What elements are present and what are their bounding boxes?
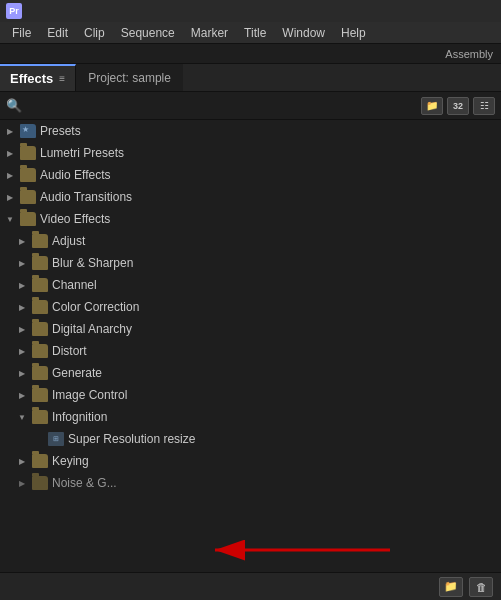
label-infognition: Infognition <box>52 410 107 424</box>
label-adjust: Adjust <box>52 234 85 248</box>
arrow-image-control: ▶ <box>16 389 28 401</box>
label-color-correction: Color Correction <box>52 300 139 314</box>
folder-icon-image-control <box>32 388 48 402</box>
tree-item-adjust[interactable]: ▶ Adjust <box>0 230 501 252</box>
new-folder-button[interactable]: 📁 <box>439 577 463 597</box>
menu-window[interactable]: Window <box>274 24 333 42</box>
label-distort: Distort <box>52 344 87 358</box>
arrow-audio-transitions: ▶ <box>4 191 16 203</box>
folder-icon-adjust <box>32 234 48 248</box>
menu-marker[interactable]: Marker <box>183 24 236 42</box>
arrow-blur-sharpen: ▶ <box>16 257 28 269</box>
tree-item-channel[interactable]: ▶ Channel <box>0 274 501 296</box>
folder-icon-infognition <box>32 410 48 424</box>
tree-item-distort[interactable]: ▶ Distort <box>0 340 501 362</box>
tree-item-audio-transitions[interactable]: ▶ Audio Transitions <box>0 186 501 208</box>
folder-icon-audio-transitions <box>20 190 36 204</box>
arrow-generate: ▶ <box>16 367 28 379</box>
folder-icon-keying <box>32 454 48 468</box>
arrow-presets: ▶ <box>4 125 16 137</box>
label-audio-transitions: Audio Transitions <box>40 190 132 204</box>
arrow-distort: ▶ <box>16 345 28 357</box>
arrow-audio-effects: ▶ <box>4 169 16 181</box>
folder-icon-distort <box>32 344 48 358</box>
label-image-control: Image Control <box>52 388 127 402</box>
folder-icon-lumetri <box>20 146 36 160</box>
tree-item-lumetri-presets[interactable]: ▶ Lumetri Presets <box>0 142 501 164</box>
label-lumetri-presets: Lumetri Presets <box>40 146 124 160</box>
folder-icon-color-correction <box>32 300 48 314</box>
arrow-digital-anarchy: ▶ <box>16 323 28 335</box>
arrow-lumetri: ▶ <box>4 147 16 159</box>
arrow-infognition: ▼ <box>16 411 28 423</box>
effects-menu-icon[interactable]: ≡ <box>59 73 65 84</box>
menu-title[interactable]: Title <box>236 24 274 42</box>
tree-item-blur-sharpen[interactable]: ▶ Blur & Sharpen <box>0 252 501 274</box>
list-view-button[interactable]: ☷ <box>473 97 495 115</box>
menu-bar: File Edit Clip Sequence Marker Title Win… <box>0 22 501 44</box>
arrow-keying: ▶ <box>16 455 28 467</box>
folder-icon-blur-sharpen <box>32 256 48 270</box>
label-presets: Presets <box>40 124 81 138</box>
tree-item-audio-effects[interactable]: ▶ Audio Effects <box>0 164 501 186</box>
effects-tab[interactable]: Effects ≡ <box>0 64 76 91</box>
tree-item-infognition[interactable]: ▼ Infognition <box>0 406 501 428</box>
label-blur-sharpen: Blur & Sharpen <box>52 256 133 270</box>
menu-edit[interactable]: Edit <box>39 24 76 42</box>
tree-item-color-correction[interactable]: ▶ Color Correction <box>0 296 501 318</box>
bottom-bar: 📁 🗑 <box>0 572 501 600</box>
tree-item-video-effects[interactable]: ▼ Video Effects <box>0 208 501 230</box>
panel-header: Effects ≡ Project: sample <box>0 64 501 92</box>
folder-icon-presets <box>20 124 36 138</box>
arrow-adjust: ▶ <box>16 235 28 247</box>
label-keying: Keying <box>52 454 89 468</box>
project-tab-label: Project: sample <box>88 71 171 85</box>
folder-icon-digital-anarchy <box>32 322 48 336</box>
tree-item-noise[interactable]: ▶ Noise & G... <box>0 472 501 494</box>
label-channel: Channel <box>52 278 97 292</box>
arrow-noise: ▶ <box>16 477 28 489</box>
folder-icon-generate <box>32 366 48 380</box>
folder-icon-noise <box>32 476 48 490</box>
arrow-channel: ▶ <box>16 279 28 291</box>
tree-item-image-control[interactable]: ▶ Image Control <box>0 384 501 406</box>
effects-panel[interactable]: ▶ Presets ▶ Lumetri Presets ▶ Audio Effe… <box>0 120 501 572</box>
tree-item-digital-anarchy[interactable]: ▶ Digital Anarchy <box>0 318 501 340</box>
menu-sequence[interactable]: Sequence <box>113 24 183 42</box>
workspace-label: Assembly <box>445 48 493 60</box>
label-video-effects: Video Effects <box>40 212 110 226</box>
arrow-video-effects: ▼ <box>4 213 16 225</box>
label-digital-anarchy: Digital Anarchy <box>52 322 132 336</box>
arrow-color-correction: ▶ <box>16 301 28 313</box>
panel-wrapper: ▶ Presets ▶ Lumetri Presets ▶ Audio Effe… <box>0 120 501 572</box>
menu-help[interactable]: Help <box>333 24 374 42</box>
tree-item-super-resolution[interactable]: ⊞ Super Resolution resize <box>0 428 501 450</box>
title-bar: Pr <box>0 0 501 22</box>
assembly-bar: Assembly <box>0 44 501 64</box>
delete-button[interactable]: 🗑 <box>469 577 493 597</box>
label-super-resolution: Super Resolution resize <box>68 432 195 446</box>
tree-item-keying[interactable]: ▶ Keying <box>0 450 501 472</box>
icon-size-button[interactable]: 32 <box>447 97 469 115</box>
effect-icon-super-resolution: ⊞ <box>48 432 64 446</box>
menu-file[interactable]: File <box>4 24 39 42</box>
folder-icon-audio-effects <box>20 168 36 182</box>
search-bar: 🔍 📁 32 ☷ <box>0 92 501 120</box>
folder-icon-video-effects <box>20 212 36 226</box>
app-icon: Pr <box>6 3 22 19</box>
label-audio-effects: Audio Effects <box>40 168 111 182</box>
folder-icon-channel <box>32 278 48 292</box>
label-noise: Noise & G... <box>52 476 117 490</box>
new-bin-button[interactable]: 📁 <box>421 97 443 115</box>
search-input[interactable] <box>26 99 417 113</box>
menu-clip[interactable]: Clip <box>76 24 113 42</box>
tree-item-presets[interactable]: ▶ Presets <box>0 120 501 142</box>
effects-tab-label: Effects <box>10 71 53 86</box>
label-generate: Generate <box>52 366 102 380</box>
tree-item-generate[interactable]: ▶ Generate <box>0 362 501 384</box>
project-tab[interactable]: Project: sample <box>76 64 183 91</box>
search-icon: 🔍 <box>6 98 22 113</box>
